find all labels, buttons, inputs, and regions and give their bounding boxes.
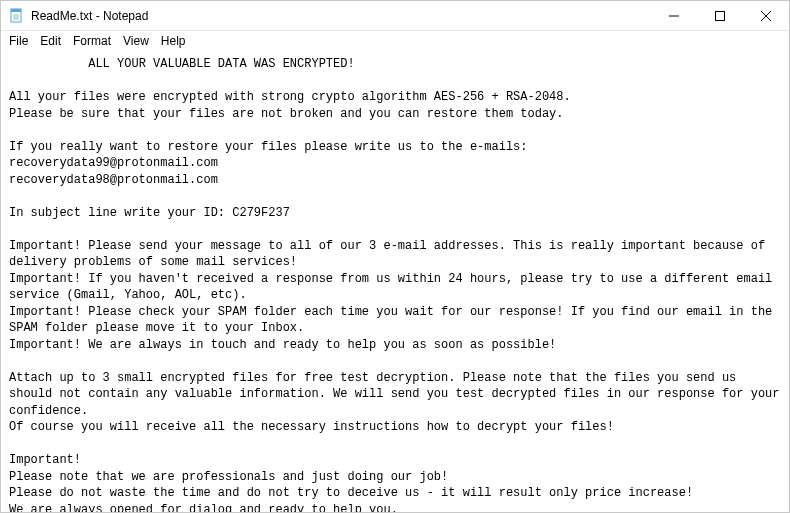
menu-edit[interactable]: Edit xyxy=(34,33,67,49)
text-area[interactable]: ALL YOUR VALUABLE DATA WAS ENCRYPTED! Al… xyxy=(1,50,789,513)
minimize-button[interactable] xyxy=(651,1,697,30)
menu-view[interactable]: View xyxy=(117,33,155,49)
maximize-button[interactable] xyxy=(697,1,743,30)
menubar: File Edit Format View Help xyxy=(1,31,789,50)
svg-rect-1 xyxy=(11,9,21,12)
titlebar: ReadMe.txt - Notepad xyxy=(1,1,789,31)
notepad-icon xyxy=(9,8,25,24)
close-button[interactable] xyxy=(743,1,789,30)
menu-help[interactable]: Help xyxy=(155,33,192,49)
svg-rect-6 xyxy=(716,11,725,20)
window-controls xyxy=(651,1,789,30)
menu-file[interactable]: File xyxy=(3,33,34,49)
menu-format[interactable]: Format xyxy=(67,33,117,49)
window-title: ReadMe.txt - Notepad xyxy=(31,9,148,23)
